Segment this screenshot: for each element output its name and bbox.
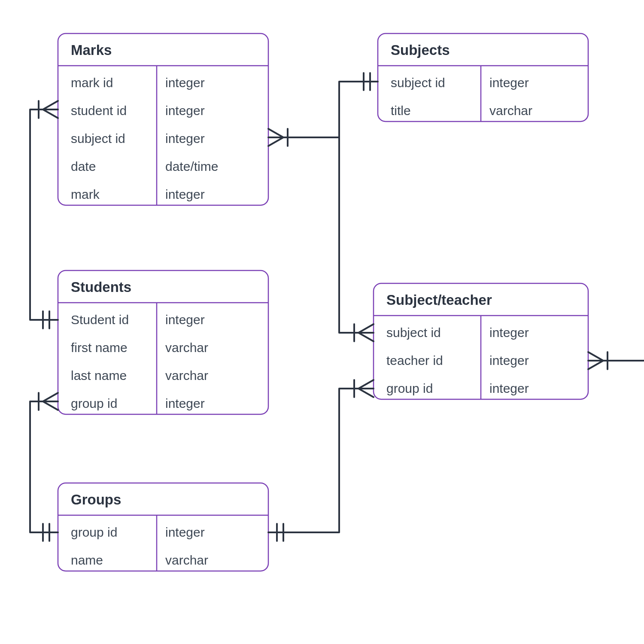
entity-marks-title: Marks [71,42,112,58]
entity-subjects: Subjects subject id integer title varcha… [378,33,588,122]
entity-subject-teacher-field-2-name: group id [386,381,433,395]
entity-subjects-field-0-name: subject id [391,76,445,90]
entity-subject-teacher-title: Subject/teacher [386,292,492,308]
rel-groups-students [30,393,58,541]
entity-marks-field-4-name: mark [71,187,100,201]
entity-marks-field-0-name: mark id [71,76,113,90]
entity-students: Students Student id integer first name v… [58,270,268,414]
rel-groups-subjectteacher [268,380,374,541]
entity-students-field-1-type: varchar [165,340,208,355]
entity-students-field-1-name: first name [71,340,128,355]
rel-students-marks [30,101,58,328]
rel-teachers-subjectteacher [588,352,644,369]
entity-students-field-3-type: integer [165,396,205,410]
entity-subjects-field-1-name: title [391,103,411,118]
entity-groups-field-0-name: group id [71,525,117,539]
entity-groups: Groups group id integer name varchar [58,483,268,571]
entity-marks-field-1-type: integer [165,103,205,118]
entity-marks-field-1-name: student id [71,103,127,118]
entity-subject-teacher-field-1-type: integer [489,353,529,368]
entity-subject-teacher-field-1-name: teacher id [386,353,443,368]
entity-subject-teacher-field-2-type: integer [489,381,529,395]
entity-subjects-field-0-type: integer [489,76,529,90]
entity-marks-field-2-type: integer [165,131,205,146]
svg-rect-0 [58,33,268,205]
entity-groups-title: Groups [71,492,121,507]
entity-marks-field-3-name: date [71,159,96,173]
entity-marks-field-3-type: date/time [165,159,218,173]
entity-subjects-title: Subjects [391,42,450,58]
entity-groups-field-0-type: integer [165,525,205,539]
entity-students-field-0-name: Student id [71,313,129,327]
entity-subjects-field-1-type: varchar [489,103,532,118]
entity-marks-field-2-name: subject id [71,131,125,146]
entity-subject-teacher: Subject/teacher subject id integer teach… [374,283,588,399]
entity-subject-teacher-field-0-type: integer [489,325,529,340]
rel-subjects-subjectteacher [339,137,374,341]
entity-marks: Marks mark id integer student id integer… [58,33,268,205]
entity-subject-teacher-field-0-name: subject id [386,325,441,340]
entity-students-field-2-type: varchar [165,368,208,383]
rel-subjects-marks [268,73,378,146]
er-diagram: Marks mark id integer student id integer… [0,0,644,644]
entity-groups-field-1-name: name [71,553,103,567]
entity-marks-field-0-type: integer [165,76,205,90]
entity-groups-field-1-type: varchar [165,553,208,567]
entity-marks-field-4-type: integer [165,187,205,201]
entity-students-field-2-name: last name [71,368,127,383]
entity-students-field-3-name: group id [71,396,117,410]
entity-students-field-0-type: integer [165,313,205,327]
entity-students-title: Students [71,279,131,295]
